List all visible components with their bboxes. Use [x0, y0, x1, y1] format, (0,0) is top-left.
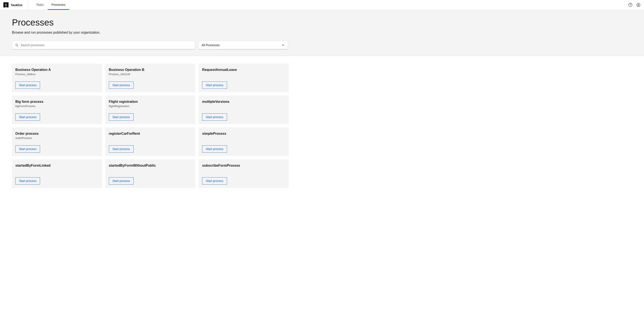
svg-point-3 [638, 4, 639, 5]
main-nav: Tasks Processes [32, 0, 69, 10]
page-subtitle: Browse and run processes published by yo… [12, 31, 632, 34]
process-title: subscribeFormProcess [202, 164, 285, 167]
help-icon[interactable] [628, 3, 632, 7]
svg-line-5 [17, 45, 18, 46]
process-card: startedByFormLinkedStart process [12, 159, 102, 188]
svg-point-4 [16, 44, 18, 46]
nav-tasks-label: Tasks [36, 3, 44, 6]
brand-logo: C [4, 2, 8, 7]
process-title: Flight registration [109, 100, 192, 104]
process-id: orderProcess [15, 136, 98, 140]
process-id: bigFormProcess [15, 104, 98, 108]
process-title: simpleProcess [202, 132, 285, 136]
process-card: Business Operation AProcess_0diikxuStart… [12, 64, 102, 92]
process-title: multipleVersions [202, 100, 285, 104]
process-title: Order process [15, 132, 98, 136]
process-title: startedByFormLinked [15, 164, 98, 167]
app-header: C Tasklist Tasks Processes [0, 0, 644, 10]
brand-logo-accent [5, 7, 7, 7]
search-icon [15, 43, 18, 47]
nav-processes-label: Processes [52, 3, 66, 6]
start-process-button[interactable]: Start process [202, 113, 227, 121]
start-process-button[interactable]: Start process [109, 113, 134, 121]
start-process-button[interactable]: Start process [15, 113, 40, 121]
process-card: Flight registrationflightRegistrationSta… [106, 96, 196, 124]
page-title: Processes [12, 17, 632, 28]
process-id: Process_18z2cdf [109, 73, 192, 76]
process-id: flightRegistration [109, 104, 192, 108]
brand-logo-letter: C [5, 3, 7, 6]
start-process-button[interactable]: Start process [202, 177, 227, 185]
start-process-button[interactable]: Start process [202, 145, 227, 153]
nav-processes[interactable]: Processes [48, 0, 69, 10]
start-process-button[interactable]: Start process [109, 81, 134, 89]
process-card: startedByFormWithoutPublicStart process [106, 159, 196, 188]
chevron-down-icon [281, 43, 285, 47]
process-title: registerCarForRent [109, 132, 192, 136]
process-card: multipleVersionsStart process [199, 96, 289, 124]
brand-name: Tasklist [11, 3, 22, 7]
start-process-button[interactable]: Start process [109, 177, 134, 185]
svg-point-1 [630, 6, 630, 6]
user-icon[interactable] [636, 3, 640, 7]
process-card: subscribeFormProcessStart process [199, 159, 289, 188]
process-title: Big form process [15, 100, 98, 104]
brand[interactable]: C Tasklist [4, 0, 28, 10]
process-card: RequestAnnualLeaveStart process [199, 64, 289, 92]
process-id: Process_0diikxu [15, 73, 98, 76]
content-area: Business Operation AProcess_0diikxuStart… [0, 56, 644, 196]
search-field-wrap[interactable] [12, 41, 195, 49]
hero-section: Processes Browse and run processes publi… [0, 10, 644, 56]
search-input[interactable] [21, 43, 192, 47]
process-title: startedByFormWithoutPublic [109, 164, 192, 167]
process-card: Big form processbigFormProcessStart proc… [12, 96, 102, 124]
process-card: Order processorderProcessStart process [12, 127, 102, 156]
process-grid: Business Operation AProcess_0diikxuStart… [12, 64, 289, 188]
process-title: RequestAnnualLeave [202, 68, 285, 72]
filter-dropdown[interactable]: All Processes [198, 41, 288, 49]
start-process-button[interactable]: Start process [15, 81, 40, 89]
process-card: Business Operation BProcess_18z2cdfStart… [106, 64, 196, 92]
process-card: registerCarForRentStart process [106, 127, 196, 156]
nav-tasks[interactable]: Tasks [32, 0, 48, 10]
process-title: Business Operation B [109, 68, 192, 72]
process-title: Business Operation A [15, 68, 98, 72]
header-actions [628, 3, 640, 7]
filter-selected-label: All Processes [202, 43, 220, 47]
start-process-button[interactable]: Start process [15, 177, 40, 185]
start-process-button[interactable]: Start process [109, 145, 134, 153]
start-process-button[interactable]: Start process [15, 145, 40, 153]
filters-row: All Processes [12, 41, 632, 49]
process-card: simpleProcessStart process [199, 127, 289, 156]
start-process-button[interactable]: Start process [202, 81, 227, 89]
